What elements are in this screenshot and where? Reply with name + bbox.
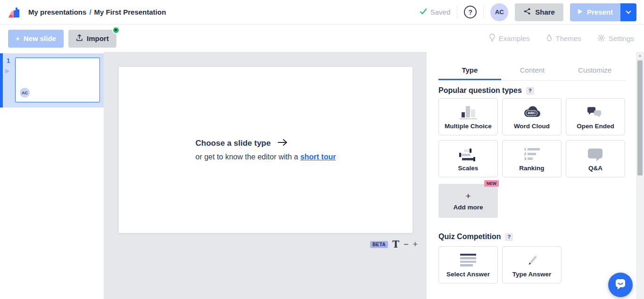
breadcrumb: My presentations / My First Presentation [28,8,166,16]
zoom-out-button[interactable]: − [404,240,409,249]
arrow-right-icon [278,139,288,148]
card-word-cloud[interactable]: ABC Word Cloud [502,98,561,135]
gear-icon [597,34,605,43]
card-ranking[interactable]: 1 2 3 Ranking [502,140,561,177]
new-badge: NEW [484,180,499,187]
panel-tabs: Type Content Customize [438,62,626,81]
present-dropdown-button[interactable] [620,3,636,21]
help-button[interactable]: ? [464,6,477,18]
top-bar: My presentations / My First Presentation… [0,0,644,25]
toolbar-right-actions: Examples Themes [489,33,636,43]
choose-slide-type-text: Choose a slide type [196,139,271,148]
user-avatar[interactable]: AC [490,3,508,21]
breadcrumb-separator: / [89,8,91,16]
speech-bubbles-icon [587,106,603,119]
new-slide-button[interactable]: + New slide [8,30,64,48]
beta-badge: BETA [370,241,388,248]
slide-number: 1 [7,57,10,64]
slide-stage[interactable]: Choose a slide type or get to know the e… [119,67,413,233]
scrollbar-up-arrow[interactable]: ▲ [636,52,644,59]
card-select-answer[interactable]: Select Answer [438,246,498,283]
panel-scrollbar[interactable]: ▲ [636,52,644,299]
tab-type[interactable]: Type [438,62,501,80]
chevron-down-icon [626,8,631,16]
breadcrumb-presentation-title[interactable]: My First Presentation [94,8,166,16]
sliders-icon [459,150,477,161]
zoom-in-button[interactable]: + [413,240,418,249]
list-lines-icon [460,254,476,267]
editor-toolbar: + New slide Import ★ [0,25,644,52]
word-cloud-icon: ABC [522,105,542,119]
examples-button[interactable]: Examples [489,33,530,43]
plus-icon: + [465,191,471,200]
present-button[interactable]: Present [570,3,620,21]
saved-label: Saved [430,8,451,16]
scrollbar-thumb[interactable] [637,60,643,175]
quiz-help-icon[interactable]: ? [505,233,513,241]
saved-status: Saved [420,8,451,16]
popular-question-types-heading: Popular question types ? [438,86,534,95]
presentation-editor-app: My presentations / My First Presentation… [0,0,644,299]
breadcrumb-my-presentations[interactable]: My presentations [28,8,86,16]
add-more-button[interactable]: NEW + Add more [438,184,498,218]
selected-slide-indicator [0,53,3,108]
tour-text: or get to know the editor with a [196,153,298,161]
qa-bubble-icon [588,149,603,161]
present-button-group: Present [570,3,636,21]
play-icon [578,8,583,16]
bar-chart-icon [460,106,477,119]
share-button[interactable]: Share [515,3,563,21]
short-tour-link[interactable]: short tour [300,153,336,161]
ranking-icon: 1 2 3 [524,148,540,161]
pencil-icon [525,252,538,267]
slide-type-panel: Type Content Customize Popular question … [427,52,636,299]
themes-button[interactable]: Themes [546,34,581,43]
paint-drop-icon [546,34,553,43]
share-icon [523,8,531,17]
lightbulb-icon [489,33,495,43]
question-mark-icon: ? [468,8,472,16]
import-button[interactable]: Import ★ [68,30,116,48]
divider [483,6,484,18]
text-tool-button[interactable]: T [392,240,399,249]
tab-content[interactable]: Content [501,62,564,80]
slide-collaborator-avatar: AC [20,88,30,98]
top-bar-actions: Saved ? AC Share [420,3,636,21]
card-multiple-choice[interactable]: Multiple Choice [438,98,498,135]
slides-sidebar: 1 ▶ AC [0,52,104,299]
card-type-answer[interactable]: Type Answer [502,246,561,283]
tab-customize[interactable]: Customize [563,62,626,80]
popular-help-icon[interactable]: ? [526,87,534,95]
star-badge-icon: ★ [112,26,120,34]
upload-icon [76,34,83,43]
settings-button[interactable]: Settings [597,34,634,43]
slide-list-item-1[interactable]: 1 ▶ AC [0,53,104,108]
mentimeter-logo-icon[interactable] [8,5,22,19]
plus-icon: + [16,34,20,42]
quiz-type-grid: Select Answer Type Answer [438,246,561,283]
slide-play-icon[interactable]: ▶ [5,67,9,74]
card-scales[interactable]: Scales [438,140,498,177]
card-open-ended[interactable]: Open Ended [566,98,625,135]
chat-launcher-button[interactable] [608,273,633,297]
quiz-competition-heading: Quiz Competition ? [438,233,513,241]
editor-canvas: Choose a slide type or get to know the e… [104,52,427,299]
canvas-controls: BETA T − + [370,240,418,249]
divider [457,6,457,18]
card-qa[interactable]: Q&A [566,140,625,177]
question-type-grid: Multiple Choice ABC Word Cloud [438,98,625,177]
chat-bubble-icon [614,278,627,292]
slide-thumbnail[interactable]: AC [15,58,100,102]
empty-slide-message: Choose a slide type or get to know the e… [196,139,336,161]
check-icon [420,8,427,16]
